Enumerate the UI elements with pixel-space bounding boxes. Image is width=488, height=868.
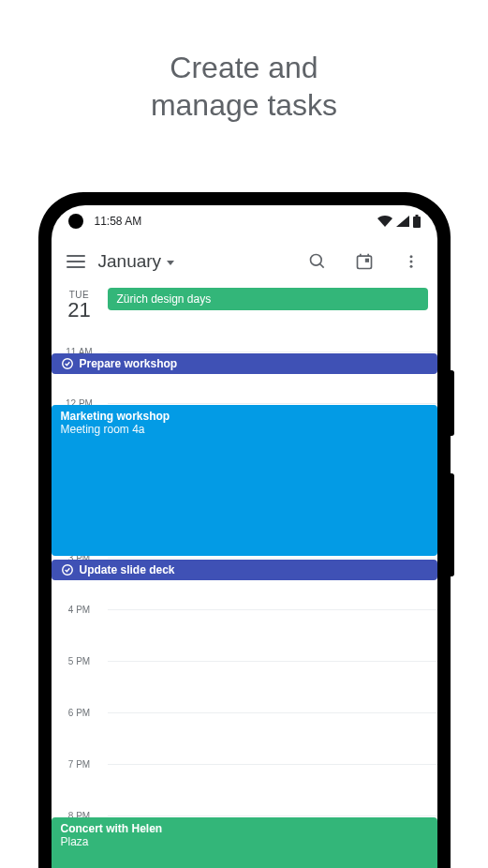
search-button[interactable] [301, 245, 334, 278]
menu-button[interactable] [67, 255, 85, 268]
event-title: Prepare workshop [80, 357, 178, 370]
hour-line [108, 403, 437, 404]
hour-label: 7 PM [52, 759, 108, 770]
month-label: January [98, 251, 162, 272]
overflow-button[interactable] [394, 245, 428, 278]
event-task-prepare[interactable]: Prepare workshop [52, 353, 437, 374]
hour-label: 5 PM [52, 656, 108, 666]
status-icons [377, 215, 421, 228]
hour-line [108, 558, 437, 559]
battery-icon [413, 215, 421, 228]
hour-label: 4 PM [52, 605, 108, 615]
event-title: Update slide deck [80, 563, 175, 576]
wifi-icon [377, 216, 392, 227]
app-bar: January [52, 237, 437, 286]
hour-line [108, 609, 437, 610]
headline-line2: manage tasks [151, 88, 337, 122]
day-header: TUE 21 [52, 290, 108, 322]
headline-line1: Create and [170, 51, 318, 84]
svg-rect-1 [415, 215, 418, 217]
event-title: Marketing workshop [61, 410, 428, 423]
task-check-icon [61, 357, 74, 370]
task-check-icon [61, 563, 74, 576]
hour-line [108, 352, 437, 352]
hour-line [108, 816, 437, 816]
svg-point-2 [310, 255, 321, 266]
hour-line [108, 712, 437, 713]
event-location: Meeting room 4a [61, 423, 428, 436]
event-allday[interactable]: Zürich design days [108, 288, 428, 310]
phone-side-button [451, 473, 454, 576]
chevron-down-icon [167, 261, 174, 265]
status-bar: 11:58 AM [52, 205, 437, 237]
phone-frame: 11:58 AM January [38, 192, 451, 868]
more-vert-icon [403, 253, 420, 270]
event-title: Zürich design days [117, 292, 212, 306]
today-button[interactable] [348, 245, 381, 278]
promo-headline: Create and manage tasks [0, 0, 488, 124]
svg-rect-4 [357, 256, 371, 268]
search-icon [308, 252, 327, 271]
calendar-body[interactable]: TUE 21 Zürich design days 11 AM 12 PM 1 … [52, 286, 437, 868]
month-picker[interactable]: January [98, 251, 175, 272]
svg-point-8 [409, 255, 412, 258]
event-location: Plaza [61, 835, 428, 848]
event-title: Concert with Helen [61, 822, 428, 835]
calendar-today-icon [355, 252, 374, 271]
event-task-update[interactable]: Update slide deck [52, 560, 437, 580]
svg-rect-0 [413, 217, 421, 228]
hour-line [108, 764, 437, 765]
day-number: 21 [52, 298, 108, 322]
status-time: 11:58 AM [95, 215, 142, 228]
camera-hole [68, 214, 83, 229]
hour-label: 6 PM [52, 708, 108, 718]
svg-point-10 [409, 265, 412, 268]
cell-signal-icon [396, 216, 409, 227]
svg-line-3 [319, 264, 323, 268]
event-concert[interactable]: Concert with Helen Plaza [52, 817, 437, 868]
svg-rect-5 [364, 259, 368, 262]
phone-screen: 11:58 AM January [52, 205, 437, 868]
hour-line [108, 661, 437, 662]
event-marketing[interactable]: Marketing workshop Meeting room 4a [52, 405, 437, 556]
phone-side-button [451, 370, 454, 436]
svg-point-9 [409, 261, 412, 263]
